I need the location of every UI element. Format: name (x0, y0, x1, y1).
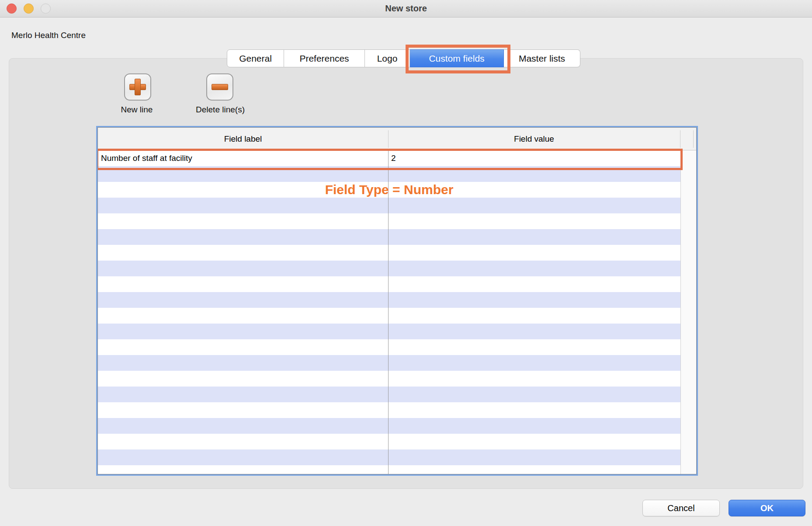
table-row-empty[interactable] (98, 387, 680, 402)
minus-icon (212, 79, 228, 95)
tab-general[interactable]: General (227, 49, 284, 67)
table-body: Number of staff at facility 2 (98, 150, 680, 474)
store-name-label: Merlo Health Centre (11, 31, 86, 40)
column-header-field-value[interactable]: Field value (388, 128, 680, 150)
vertical-scrollbar-track[interactable] (680, 150, 696, 474)
tab-logo[interactable]: Logo (365, 49, 410, 67)
column-divider-handle[interactable] (693, 130, 694, 148)
tab-preferences[interactable]: Preferences (284, 49, 365, 67)
new-line-button[interactable] (124, 73, 151, 101)
table-row-empty[interactable] (98, 418, 680, 434)
ok-button[interactable]: OK (729, 500, 805, 516)
table-row-empty[interactable] (98, 434, 680, 449)
delete-line-label: Delete line(s) (185, 105, 255, 115)
table-row-empty[interactable] (98, 324, 680, 339)
cancel-button[interactable]: Cancel (642, 500, 720, 516)
table-row-empty[interactable] (98, 355, 680, 371)
table-row-empty[interactable] (98, 261, 680, 276)
tab-bar: General Preferences Logo Custom fields M… (227, 49, 580, 67)
table-row-empty[interactable] (98, 402, 680, 418)
new-line-label: New line (106, 105, 167, 115)
table-row-empty[interactable] (98, 198, 680, 213)
table-row-empty[interactable] (98, 339, 680, 355)
field-type-annotation: Field Type = Number (98, 182, 680, 198)
table-row-empty[interactable] (98, 371, 680, 387)
field-label-cell[interactable]: Number of staff at facility (98, 150, 388, 166)
window-title: New store (0, 3, 812, 14)
table-row-empty[interactable] (98, 213, 680, 229)
table-inner: Field label Field value Number of staff … (97, 127, 697, 474)
column-header-field-label[interactable]: Field label (98, 128, 388, 150)
field-value-cell[interactable]: 2 (388, 150, 680, 166)
tab-master-lists[interactable]: Master lists (504, 49, 580, 67)
table-row-empty[interactable] (98, 166, 680, 182)
column-divider-handle[interactable] (388, 130, 389, 148)
delete-line-button[interactable] (206, 73, 233, 101)
table-header: Field label Field value (98, 128, 696, 150)
column-divider-handle[interactable] (680, 130, 680, 148)
table-row-empty[interactable] (98, 308, 680, 324)
title-bar: New store (0, 0, 812, 17)
plus-icon (129, 79, 146, 95)
tab-custom-fields[interactable]: Custom fields (410, 49, 504, 67)
table-row-empty[interactable] (98, 276, 680, 292)
custom-fields-table: Field label Field value Number of staff … (96, 126, 698, 476)
table-row-empty[interactable] (98, 449, 680, 465)
table-row-empty[interactable] (98, 229, 680, 245)
column-divider-line (388, 150, 389, 474)
table-row-empty[interactable] (98, 245, 680, 261)
table-row-empty[interactable] (98, 292, 680, 308)
table-row-empty[interactable] (98, 465, 680, 474)
table-row[interactable]: Number of staff at facility 2 (98, 150, 680, 166)
